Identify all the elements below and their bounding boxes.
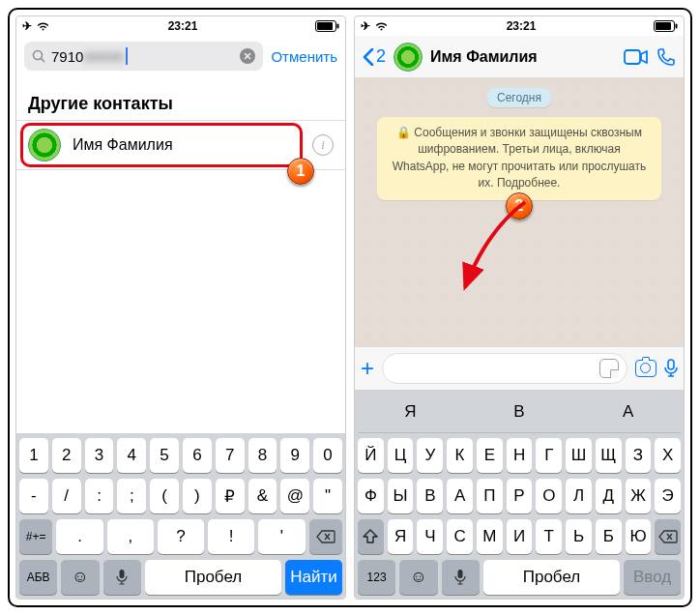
key-П[interactable]: П [477,479,503,513]
key-space[interactable]: Пробел [483,560,620,595]
key-М[interactable]: М [477,519,503,554]
key-symbols[interactable]: #+= [19,519,52,554]
key-Ь[interactable]: Ь [566,519,592,554]
key-Ф[interactable]: Ф [358,479,384,513]
key--[interactable]: - [19,479,48,513]
chat-input-bar: + [355,346,684,390]
status-bar: ✈ 23:21 [16,16,345,36]
search-input[interactable]: 791000000 [24,42,263,71]
video-call-icon[interactable] [624,49,649,65]
key-,[interactable]: , [107,519,154,554]
key-Ч[interactable]: Ч [417,519,443,554]
key-backspace[interactable] [309,519,342,554]
key-А[interactable]: А [575,395,681,429]
cancel-button[interactable]: Отменить [271,48,337,65]
key-1[interactable]: 1 [19,438,48,473]
key-8[interactable]: 8 [248,438,277,473]
key-Н[interactable]: Н [507,438,533,473]
key-([interactable]: ( [150,479,179,513]
kbd-row-1: 1234567890 [19,438,342,473]
attach-icon[interactable]: + [361,355,374,382]
key-)[interactable]: ) [183,479,212,513]
key-Ш[interactable]: Ш [566,438,592,473]
key-?[interactable]: ? [158,519,204,554]
key-enter[interactable]: Ввод [624,560,681,595]
key-Ц[interactable]: Ц [388,438,414,473]
key-4[interactable]: 4 [117,438,146,473]
key-mic[interactable] [442,560,480,595]
key-0[interactable]: 0 [313,438,342,473]
key-К[interactable]: К [447,438,473,473]
key-С[interactable]: С [447,519,473,554]
clear-icon[interactable] [240,48,255,64]
contact-row[interactable]: Имя Фамилия i 1 [16,120,345,170]
key-mic[interactable] [103,560,141,595]
camera-icon[interactable] [635,360,656,377]
key-.[interactable]: . [56,519,102,554]
svg-rect-9 [656,22,671,30]
chat-header: 2 Имя Фамилия [355,36,684,78]
key-Х[interactable]: Х [655,438,681,473]
chat-title[interactable]: Имя Фамилия [430,48,616,66]
mic-icon[interactable] [664,359,678,378]
key-Я[interactable]: Я [388,519,414,554]
key-find[interactable]: Найти [285,560,342,595]
key-В[interactable]: В [417,479,443,513]
back-button[interactable]: 2 [363,46,386,67]
chat-body[interactable]: Сегодня 🔒 Сообщения и звонки защищены ск… [355,78,684,346]
key-123[interactable]: 123 [358,560,395,595]
key-Ж[interactable]: Ж [626,479,652,513]
key-Ы[interactable]: Ы [388,479,414,513]
info-icon[interactable]: i [312,134,334,156]
key-space[interactable]: Пробел [145,560,281,595]
key-shift[interactable] [358,519,384,554]
key-9[interactable]: 9 [280,438,309,473]
key-Щ[interactable]: Щ [596,438,622,473]
key-В[interactable]: В [467,395,572,429]
encryption-notice[interactable]: 🔒 Сообщения и звонки защищены сквозным ш… [377,117,661,200]
key-emoji[interactable]: ☺ [61,560,99,595]
key-![interactable]: ! [208,519,254,554]
svg-rect-8 [676,24,678,29]
phone-contacts-search: ✈ 23:21 791000000 Отменить Другие контак… [15,15,346,600]
key-abc[interactable]: АБВ [19,560,57,595]
key-Г[interactable]: Г [536,438,562,473]
key-О[interactable]: О [536,479,562,513]
key-У[interactable]: У [417,438,443,473]
key-&[interactable]: & [248,479,277,513]
key-backspace[interactable] [655,519,681,554]
key-emoji[interactable]: ☺ [399,560,437,595]
message-input[interactable] [382,353,627,384]
keyboard[interactable]: 1234567890 -/:;()₽&@" #+= .,?!' АБВ ☺ Пр… [16,433,345,599]
search-value: 7910 [51,48,83,65]
key-Л[interactable]: Л [566,479,592,513]
key-Р[interactable]: Р [507,479,533,513]
key-2[interactable]: 2 [52,438,81,473]
key-"[interactable]: " [313,479,342,513]
sticker-icon[interactable] [599,359,619,378]
key-Ю[interactable]: Ю [626,519,652,554]
key-;[interactable]: ; [117,479,146,513]
key-Е[interactable]: Е [477,438,503,473]
key-7[interactable]: 7 [216,438,245,473]
key-Б[interactable]: Б [596,519,622,554]
keyboard[interactable]: ЯВА ЙЦУКЕНГШЩЗХ ФЫВАПРОЛДЖЭ ЯЧСМИТЬБЮ 12… [355,390,684,599]
key-Э[interactable]: Э [655,479,681,513]
key-Т[interactable]: Т [536,519,562,554]
key-3[interactable]: 3 [85,438,114,473]
voice-call-icon[interactable] [656,47,676,67]
key-6[interactable]: 6 [183,438,212,473]
key-З[interactable]: З [626,438,652,473]
key-:[interactable]: : [85,479,114,513]
key-Д[interactable]: Д [596,479,622,513]
avatar[interactable] [394,43,423,72]
key-/[interactable]: / [52,479,81,513]
key-₽[interactable]: ₽ [216,479,245,513]
key-Я[interactable]: Я [358,395,463,429]
key-'[interactable]: ' [258,519,305,554]
key-5[interactable]: 5 [150,438,179,473]
key-А[interactable]: А [447,479,473,513]
key-Й[interactable]: Й [358,438,384,473]
key-@[interactable]: @ [280,479,309,513]
key-И[interactable]: И [507,519,533,554]
